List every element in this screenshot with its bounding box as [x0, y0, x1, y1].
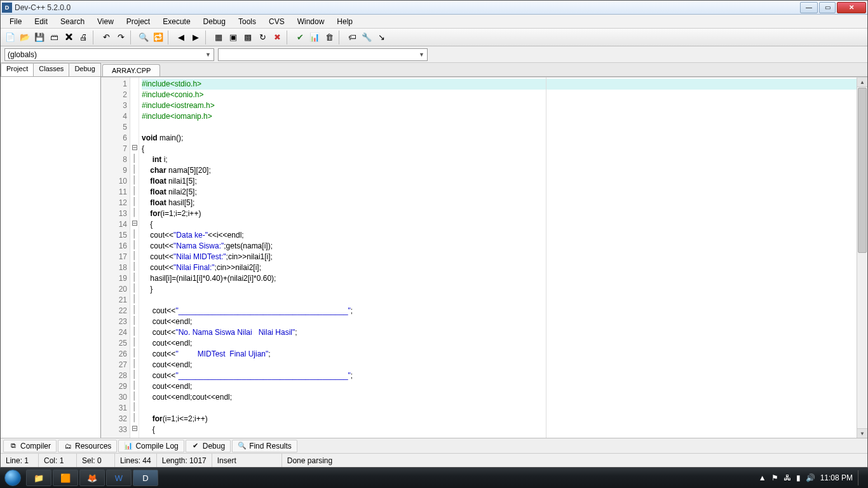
code-line[interactable]: cout<<"Nilai Final:";cin>>nilai2[i];	[142, 262, 857, 273]
code-line[interactable]: float hasil[5];	[142, 198, 857, 208]
code-line[interactable]: char nama[5][20];	[142, 165, 857, 176]
fold-mark[interactable]: ⊟	[130, 142, 139, 153]
taskbar-media[interactable]: 🟧	[53, 470, 78, 486]
compile-run-button[interactable]: ▩	[241, 30, 255, 44]
code-line[interactable]: cout<<"No. Nama Siswa Nilai Nilai Hasil"…	[142, 327, 857, 338]
show-hidden-icon[interactable]: ▲	[759, 473, 766, 482]
menu-cvs[interactable]: CVS	[262, 16, 291, 27]
start-button[interactable]	[0, 468, 25, 488]
clock[interactable]: 11:08 PM	[820, 473, 853, 482]
bottomtab-find-results[interactable]: 🔍Find Results	[232, 440, 297, 452]
code-line[interactable]	[142, 295, 857, 306]
new-class-button[interactable]: 🏷	[345, 30, 359, 44]
member-combo[interactable]: ▼	[218, 48, 428, 61]
bottomtab-compiler[interactable]: ⧉Compiler	[3, 440, 57, 452]
scope-combo[interactable]: (globals) ▼	[4, 48, 214, 61]
back-button[interactable]: ◀	[174, 30, 188, 44]
bottomtab-debug[interactable]: ✔Debug	[186, 440, 231, 452]
taskbar-browser[interactable]: 🦊	[79, 470, 105, 486]
fold-mark[interactable]: ⊟	[130, 218, 139, 229]
show-desktop-button[interactable]	[858, 470, 863, 485]
code-line[interactable]: for(i=1;i<=2;i++)	[142, 414, 857, 424]
volume-icon[interactable]: 🔊	[806, 473, 815, 482]
undo-button[interactable]: ↶	[99, 30, 113, 44]
redo-button[interactable]: ↷	[114, 30, 128, 44]
scroll-thumb[interactable]	[858, 88, 867, 253]
bottomtab-compile-log[interactable]: 📊Compile Log	[118, 440, 184, 452]
taskbar-word[interactable]: W	[106, 470, 132, 486]
code-line[interactable]: cout<<"Nama Siswa:";gets(nama[i]);	[142, 241, 857, 252]
goto-button[interactable]: ↘	[374, 30, 388, 44]
save-all-button[interactable]: 🗃	[47, 30, 61, 44]
menu-edit[interactable]: Edit	[28, 16, 54, 27]
new-file-button[interactable]: 📄	[3, 30, 17, 44]
code-line[interactable]: cout<<"Data ke-"<<i<<endl;	[142, 230, 857, 241]
code-line[interactable]: float nilai1[5];	[142, 176, 857, 187]
code-line[interactable]: #include<iostream.h>	[142, 100, 857, 111]
vertical-scrollbar[interactable]: ▲ ▼	[857, 78, 867, 438]
code-line[interactable]: for(i=1;i=2;i++)	[142, 208, 857, 219]
code-line[interactable]	[142, 122, 857, 133]
code-line[interactable]: }	[142, 284, 857, 295]
code-line[interactable]: hasil[i]=(nilai1[i]*0.40)+(nilai2[i]*0.6…	[142, 273, 857, 284]
tool-button[interactable]: 🔧	[360, 30, 374, 44]
open-button[interactable]: 📂	[18, 30, 32, 44]
menu-tools[interactable]: Tools	[232, 16, 262, 27]
sidetab-debug[interactable]: Debug	[69, 63, 100, 76]
fold-column[interactable]: ⊟││││││⊟││││││││││││││││││⊟	[130, 78, 139, 438]
flag-icon[interactable]: ⚑	[771, 473, 778, 482]
menu-project[interactable]: Project	[120, 16, 156, 27]
code-line[interactable]: void main();	[142, 133, 857, 144]
editor[interactable]: 1234567891011121314151617181920212223242…	[101, 77, 867, 438]
code-line[interactable]: #include<iomanip.h>	[142, 111, 857, 122]
profile-button[interactable]: 📊	[308, 30, 322, 44]
compile-button[interactable]: ▦	[212, 30, 226, 44]
code-line[interactable]: #include<stdio.h>	[142, 79, 857, 90]
fold-mark[interactable]: ⊟	[130, 423, 139, 434]
print-button[interactable]: 🖨	[76, 30, 90, 44]
replace-button[interactable]: 🔁	[151, 30, 165, 44]
debug-button[interactable]: ✔	[293, 30, 307, 44]
menu-search[interactable]: Search	[54, 16, 91, 27]
bottomtab-resources[interactable]: 🗂Resources	[58, 440, 117, 452]
taskbar-explorer[interactable]: 📁	[26, 470, 51, 486]
file-tab[interactable]: ARRAY.CPP	[102, 64, 160, 76]
code-line[interactable]: {	[142, 144, 857, 154]
find-button[interactable]: 🔍	[137, 30, 151, 44]
code-line[interactable]: {	[142, 424, 857, 435]
delete-profile-button[interactable]: 🗑	[322, 30, 336, 44]
code-line[interactable]: cout<<"Nilai MIDTest:";cin>>nilai1[i];	[142, 252, 857, 262]
menu-file[interactable]: File	[3, 16, 28, 27]
menu-window[interactable]: Window	[291, 16, 331, 27]
abort-button[interactable]: ✖	[270, 30, 284, 44]
code-line[interactable]: cout<<endl;	[142, 360, 857, 370]
menu-help[interactable]: Help	[330, 16, 359, 27]
code-line[interactable]: int i;	[142, 154, 857, 165]
menu-execute[interactable]: Execute	[156, 16, 196, 27]
code-area[interactable]: #include<stdio.h>#include<conio.h>#inclu…	[139, 78, 857, 438]
code-line[interactable]: cout<<endl;	[142, 381, 857, 392]
code-line[interactable]: cout<<endl;	[142, 338, 857, 349]
code-line[interactable]: {	[142, 219, 857, 230]
code-line[interactable]	[142, 403, 857, 414]
taskbar-devcpp[interactable]: D	[133, 470, 158, 486]
scroll-down-icon[interactable]: ▼	[857, 428, 867, 438]
code-line[interactable]: cout<<endl;	[142, 316, 857, 327]
code-line[interactable]: cout<<"_________________________________…	[142, 370, 857, 381]
sidetab-classes[interactable]: Classes	[33, 63, 69, 76]
rebuild-button[interactable]: ↻	[255, 30, 269, 44]
close-button[interactable]: ✕	[837, 2, 866, 13]
run-button[interactable]: ▣	[226, 30, 240, 44]
code-line[interactable]: float nilai2[5];	[142, 187, 857, 198]
code-line[interactable]: #include<conio.h>	[142, 90, 857, 100]
maximize-button[interactable]: ▭	[819, 2, 836, 13]
menu-debug[interactable]: Debug	[197, 16, 232, 27]
code-line[interactable]: cout<<" MIDTest Final Ujian";	[142, 349, 857, 360]
save-button[interactable]: 💾	[32, 30, 46, 44]
menu-view[interactable]: View	[91, 16, 120, 27]
code-line[interactable]: cout<<endl;cout<<endl;	[142, 392, 857, 403]
code-line[interactable]: cout<<"_________________________________…	[142, 306, 857, 316]
close-file-button[interactable]: 🗙	[62, 30, 76, 44]
scroll-up-icon[interactable]: ▲	[857, 78, 867, 87]
battery-icon[interactable]: ▮	[796, 473, 801, 482]
